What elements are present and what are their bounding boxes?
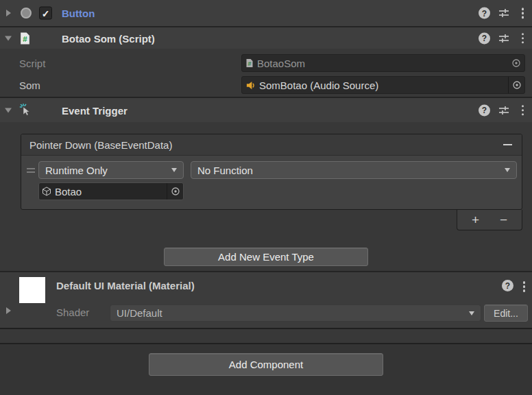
help-icon[interactable]: ?	[479, 8, 490, 19]
remove-event-button[interactable]	[501, 139, 513, 151]
event-mode-dropdown[interactable]: Runtime Only	[38, 161, 184, 179]
event-header-label: Pointer Down (BaseEventData)	[29, 139, 172, 151]
foldout-expanded-icon[interactable]	[5, 108, 12, 112]
material-preview-swatch	[19, 277, 45, 303]
kebab-menu-icon[interactable]	[522, 8, 524, 19]
button-component-icon	[21, 8, 32, 19]
add-listener-button[interactable]: +	[466, 213, 485, 226]
presets-icon[interactable]	[498, 34, 509, 43]
drag-handle[interactable]	[26, 168, 36, 173]
pointer-down-event-box: Pointer Down (BaseEventData) Runtime Onl…	[21, 134, 522, 210]
chevron-down-icon	[469, 311, 474, 315]
botao-som-component-header: # Botao Som (Script) ?	[0, 27, 532, 49]
shader-label: Shader	[56, 307, 89, 318]
presets-icon[interactable]	[498, 8, 509, 18]
button-component-header: ✓ Button ?	[0, 0, 532, 26]
event-target-field[interactable]: Botao	[38, 182, 184, 200]
component-title: Botao Som (Script)	[62, 32, 155, 44]
event-box-content: Runtime Only No Function	[21, 156, 522, 209]
gameobject-cube-icon	[42, 187, 51, 196]
kebab-menu-icon[interactable]	[523, 281, 526, 292]
material-title: Default UI Material (Material)	[56, 280, 195, 291]
csharp-script-icon: #	[19, 32, 31, 45]
object-picker-icon[interactable]	[508, 55, 524, 71]
unity-inspector-panel: ✓ Button ? # Botao Som (Script) ?	[0, 0, 532, 395]
object-field-value: Botao	[55, 186, 167, 198]
event-box-header: Pointer Down (BaseEventData)	[21, 134, 522, 156]
chevron-down-icon	[505, 168, 510, 172]
material-section: Default UI Material (Material) ? Shader …	[0, 272, 532, 328]
event-trigger-component-header: Event Trigger ?	[0, 98, 532, 122]
shader-dropdown[interactable]: UI/Default	[110, 304, 481, 322]
spacer-strip	[0, 328, 532, 343]
event-trigger-icon	[19, 104, 33, 117]
chevron-down-icon	[171, 168, 177, 172]
botao-som-body: Script # BotaoSom Som	[0, 49, 532, 97]
kebab-menu-icon[interactable]	[522, 105, 524, 116]
foldout-collapsed-icon[interactable]	[6, 10, 11, 16]
object-field-value: SomBotao (Audio Source)	[259, 80, 508, 91]
component-title: Button	[62, 8, 95, 19]
object-field-value: BotaoSom	[257, 58, 508, 69]
remove-listener-button[interactable]: −	[494, 213, 513, 226]
script-object-field[interactable]: # BotaoSom	[241, 54, 525, 72]
csharp-script-icon: #	[245, 58, 254, 68]
dropdown-value: UI/Default	[117, 307, 162, 319]
property-label: Som	[0, 80, 241, 91]
event-trigger-body: Pointer Down (BaseEventData) Runtime Onl…	[0, 122, 532, 271]
presets-icon[interactable]	[498, 106, 509, 115]
material-preview-foldout-icon[interactable]	[6, 307, 11, 314]
dropdown-value: Runtime Only	[45, 165, 108, 176]
checkmark-icon: ✓	[42, 8, 50, 18]
add-component-button[interactable]: Add Component	[149, 353, 383, 376]
shader-edit-button[interactable]: Edit...	[484, 304, 528, 322]
som-object-field[interactable]: SomBotao (Audio Source)	[241, 76, 525, 94]
inspector-footer: Add Component	[0, 343, 532, 395]
property-label: Script	[0, 58, 241, 69]
object-picker-icon[interactable]	[167, 183, 183, 200]
help-icon[interactable]: ?	[479, 32, 490, 44]
help-icon[interactable]: ?	[502, 280, 513, 291]
script-property-row: Script # BotaoSom	[0, 54, 532, 72]
component-enabled-checkbox[interactable]: ✓	[39, 7, 52, 20]
minus-icon	[503, 144, 512, 145]
kebab-menu-icon[interactable]	[522, 33, 524, 44]
add-new-event-type-button[interactable]: Add New Event Type	[164, 248, 368, 266]
help-icon[interactable]: ?	[479, 104, 490, 116]
dropdown-value: No Function	[197, 165, 253, 176]
component-title: Event Trigger	[62, 104, 128, 116]
event-function-dropdown[interactable]: No Function	[191, 161, 517, 179]
som-property-row: Som SomBotao (Audio Source)	[0, 76, 532, 94]
foldout-expanded-icon[interactable]	[5, 36, 12, 40]
list-add-remove-box: + −	[457, 210, 522, 230]
event-target-row: Botao	[26, 182, 517, 200]
svg-text:#: #	[247, 60, 251, 67]
event-listener-row: Runtime Only No Function	[26, 161, 517, 179]
object-picker-icon[interactable]	[508, 77, 524, 93]
audio-source-icon	[245, 80, 256, 91]
svg-text:#: #	[23, 34, 27, 43]
